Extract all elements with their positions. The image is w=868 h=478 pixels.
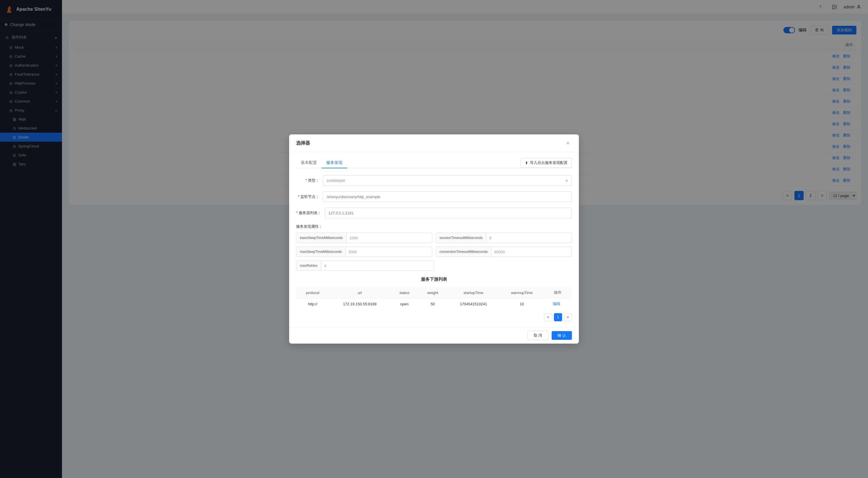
- watch-node-field-row: 监听节点：: [296, 191, 572, 202]
- tab-service-discovery[interactable]: 服务发现: [321, 158, 347, 168]
- prop-max-retries: maxRetries 4: [296, 260, 434, 271]
- prop-max-sleep-value: 5000: [346, 247, 432, 257]
- prop-base-sleep-key: baseSleepTimeMilliseconds: [297, 233, 346, 243]
- prop-max-sleep: maxSleepTimeMilliseconds 5000: [296, 247, 432, 257]
- props-section: 服务发现属性： baseSleepTimeMilliseconds 1000 s…: [296, 224, 572, 271]
- col-protocol: protocol: [297, 287, 329, 298]
- prop-connection-timeout: connectionTimeoutMilliseconds 60000: [436, 247, 572, 257]
- watch-node-input[interactable]: [323, 191, 572, 202]
- modal-title: 选择器: [296, 140, 310, 146]
- downstream-prev-button[interactable]: <: [544, 313, 552, 321]
- downstream-url: 172.19.150.55:8189: [329, 298, 391, 310]
- prop-session-timeout: sessionTimeoutMilliseconds 8: [436, 233, 572, 243]
- downstream-protocol: http://: [297, 298, 329, 310]
- downstream-edit-action[interactable]: 编辑: [544, 298, 572, 310]
- prop-session-timeout-key: sessionTimeoutMilliseconds: [436, 233, 487, 243]
- downstream-page-1-button[interactable]: 1: [554, 313, 562, 321]
- import-backend-button[interactable]: ⬆ 导入后台服务发现配置: [521, 158, 572, 168]
- modal-tabs: 基本配置 服务发现 ⬆ 导入后台服务发现配置: [296, 158, 572, 168]
- downstream-warmup-time: 10: [500, 298, 544, 310]
- prop-base-sleep: baseSleepTimeMilliseconds 1000: [296, 233, 432, 243]
- props-grid-row1: baseSleepTimeMilliseconds 1000 sessionTi…: [296, 233, 572, 243]
- downstream-edit-link[interactable]: 编辑: [553, 301, 560, 306]
- prop-max-retries-value: 4: [321, 261, 434, 270]
- prop-connection-timeout-key: connectionTimeoutMilliseconds: [436, 247, 491, 257]
- modal-footer: 取 消 确 认: [289, 327, 579, 344]
- downstream-status: open: [391, 298, 418, 310]
- downstream-title: 服务下游列表: [296, 277, 572, 282]
- downstream-row: http:// 172.19.150.55:8189 open 50 17045…: [297, 298, 572, 310]
- props-grid-row3: maxRetries 4: [296, 260, 572, 271]
- downstream-startup-time: 1704541510241: [447, 298, 500, 310]
- col-warmup-time: warmupTime: [500, 287, 544, 298]
- prop-max-sleep-key: maxSleepTimeMilliseconds: [297, 247, 346, 257]
- import-label: 导入后台服务发现配置: [530, 160, 567, 165]
- modal-body: 基本配置 服务发现 ⬆ 导入后台服务发现配置 类型： zookeeper ∨ 监…: [289, 152, 579, 327]
- type-label: 类型：: [296, 178, 319, 183]
- tab-basic-config[interactable]: 基本配置: [296, 158, 321, 168]
- type-value: zookeeper: [327, 178, 345, 183]
- server-list-label: 服务器列表：: [296, 210, 321, 216]
- prop-session-timeout-value: 8: [487, 233, 571, 243]
- type-field-row: 类型： zookeeper ∨: [296, 175, 572, 186]
- prop-base-sleep-value: 1000: [346, 233, 432, 243]
- col-weight: weight: [418, 287, 447, 298]
- downstream-weight: 50: [418, 298, 447, 310]
- cancel-button[interactable]: 取 消: [528, 331, 549, 340]
- import-icon: ⬆: [525, 161, 528, 165]
- props-grid-row2: maxSleepTimeMilliseconds 5000 connection…: [296, 247, 572, 257]
- downstream-table: protocol url status weight startupTime w…: [296, 287, 572, 310]
- type-select[interactable]: zookeeper ∨: [323, 175, 572, 186]
- selector-modal: 选择器 × 基本配置 服务发现 ⬆ 导入后台服务发现配置 类型： zookeep…: [289, 134, 579, 344]
- props-label: 服务发现属性：: [296, 224, 572, 229]
- watch-node-label: 监听节点：: [296, 194, 319, 199]
- col-action: 操作: [544, 287, 572, 298]
- confirm-button[interactable]: 确 认: [552, 331, 572, 340]
- prop-max-retries-key: maxRetries: [297, 261, 321, 270]
- prop-connection-timeout-value: 60000: [491, 247, 571, 257]
- type-chevron-icon: ∨: [565, 178, 568, 183]
- downstream-next-button[interactable]: >: [564, 313, 572, 321]
- col-startup-time: startupTime: [447, 287, 500, 298]
- modal-overlay[interactable]: 选择器 × 基本配置 服务发现 ⬆ 导入后台服务发现配置 类型： zookeep…: [0, 0, 868, 478]
- col-status: status: [391, 287, 418, 298]
- downstream-pagination: < 1 >: [296, 313, 572, 321]
- modal-header: 选择器 ×: [289, 134, 579, 152]
- server-list-field-row: 服务器列表：: [296, 208, 572, 218]
- col-url: url: [329, 287, 391, 298]
- server-list-input[interactable]: [325, 208, 572, 218]
- modal-close-button[interactable]: ×: [564, 139, 572, 147]
